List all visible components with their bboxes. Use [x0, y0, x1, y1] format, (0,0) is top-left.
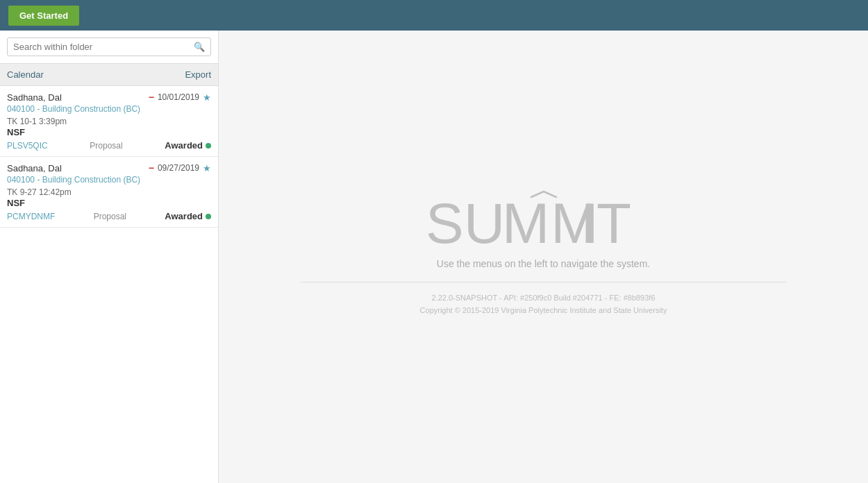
- item-header-row: Sadhana, Dal − 10/01/2019 ★: [7, 92, 211, 103]
- item-name: Sadhana, Dal: [7, 163, 62, 173]
- cal-export-bar: Calendar Export: [0, 64, 218, 86]
- item-bottom-row: PLSV5QIC Proposal Awarded: [7, 140, 211, 151]
- item-tk: TK 9-27 12:42pm: [7, 187, 211, 197]
- status-label: Awarded: [165, 140, 203, 151]
- get-started-button[interactable]: Get Started: [8, 6, 79, 26]
- svg-text:T: T: [596, 192, 633, 253]
- layout: 🔍 Calendar Export Sadhana, Dal − 10/01/2…: [0, 31, 868, 483]
- status-dot: [206, 143, 211, 149]
- item-meta-right: − 10/01/2019 ★: [149, 92, 211, 103]
- item-bottom-row: PCMYDNMF Proposal Awarded: [7, 211, 211, 221]
- item-sponsor: NSF: [7, 127, 211, 137]
- search-box: 🔍: [7, 37, 211, 56]
- item-header-row: Sadhana, Dal − 09/27/2019 ★: [7, 162, 211, 173]
- search-area: 🔍: [0, 31, 218, 64]
- item-name: Sadhana, Dal: [7, 92, 62, 103]
- calendar-link[interactable]: Calendar: [7, 69, 44, 80]
- summit-svg-logo: S U MM I T: [426, 190, 662, 253]
- svg-text:I: I: [581, 192, 598, 253]
- version-line-2: Copyright © 2015-2019 Virginia Polytechn…: [301, 305, 787, 317]
- item-status: Awarded: [165, 140, 211, 151]
- list-item[interactable]: Sadhana, Dal − 09/27/2019 ★ 040100 - Bui…: [0, 157, 218, 228]
- svg-text:U: U: [464, 192, 506, 253]
- item-tk: TK 10-1 3:39pm: [7, 117, 211, 126]
- summit-logo: S U MM I T Use the menus on the left to …: [301, 190, 787, 316]
- main-content: S U MM I T Use the menus on the left to …: [219, 31, 868, 483]
- star-icon: ★: [203, 92, 211, 103]
- item-code: PLSV5QIC: [7, 141, 48, 151]
- item-type: Proposal: [94, 212, 126, 221]
- item-dept: 040100 - Building Construction (BC): [7, 175, 211, 185]
- version-line-1: 2.22.0-SNAPSHOT - API: #250f9c0 Build #2…: [301, 292, 787, 305]
- search-input[interactable]: [13, 42, 194, 52]
- star-icon: ★: [203, 163, 211, 173]
- status-label: Awarded: [165, 211, 203, 221]
- version-info: 2.22.0-SNAPSHOT - API: #250f9c0 Build #2…: [301, 292, 787, 316]
- svg-text:S: S: [426, 192, 465, 253]
- list-item[interactable]: Sadhana, Dal − 10/01/2019 ★ 040100 - Bui…: [0, 86, 218, 157]
- item-dept: 040100 - Building Construction (BC): [7, 104, 211, 114]
- search-icon[interactable]: 🔍: [194, 42, 205, 52]
- item-meta-right: − 09/27/2019 ★: [149, 162, 211, 173]
- item-code: PCMYDNMF: [7, 212, 55, 221]
- nav-message: Use the menus on the left to navigate th…: [301, 258, 787, 269]
- status-dot: [206, 214, 211, 219]
- item-sponsor: NSF: [7, 198, 211, 208]
- sidebar: 🔍 Calendar Export Sadhana, Dal − 10/01/2…: [0, 31, 219, 483]
- item-date: 09/27/2019: [158, 163, 199, 173]
- minus-icon: −: [149, 162, 154, 173]
- item-status: Awarded: [165, 211, 211, 221]
- separator-line: [301, 282, 787, 282]
- item-date: 10/01/2019: [158, 92, 199, 102]
- export-link[interactable]: Export: [185, 69, 211, 80]
- item-type: Proposal: [90, 141, 122, 151]
- top-nav: Get Started: [0, 0, 868, 31]
- minus-icon: −: [149, 92, 154, 103]
